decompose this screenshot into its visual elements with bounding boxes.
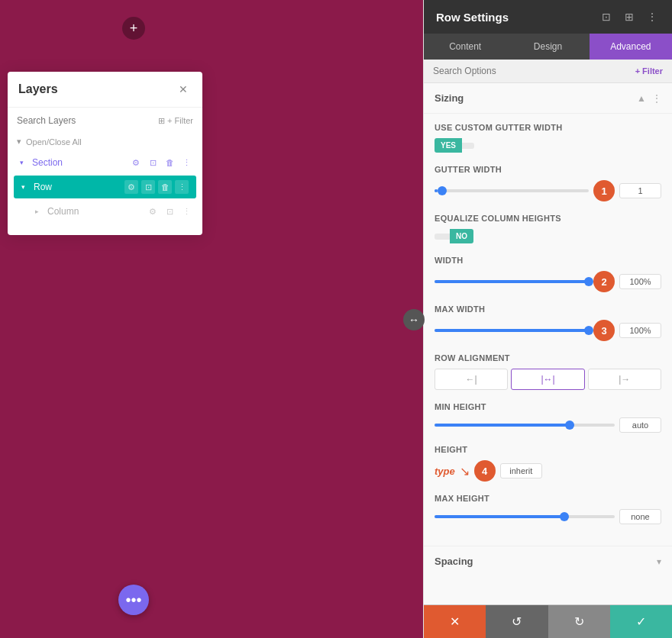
arrow-down-right-icon: ↘: [460, 464, 470, 478]
spacing-section: Spacing ▾: [424, 546, 672, 576]
gutter-width-slider[interactable]: [435, 189, 589, 192]
fab-icon: •••: [125, 591, 141, 609]
width-row: 2 100%: [435, 271, 661, 292]
column-copy-icon[interactable]: ⊡: [163, 205, 176, 218]
section-copy-icon[interactable]: ⊡: [146, 156, 160, 169]
fab-button[interactable]: •••: [118, 585, 149, 615]
width-slider[interactable]: [435, 280, 589, 283]
layout-icon[interactable]: ⊞: [622, 9, 637, 24]
collapse-arrow-section[interactable]: ▾: [20, 159, 29, 166]
tab-design[interactable]: Design: [506, 34, 589, 60]
panel-tabs: Content Design Advanced: [424, 34, 672, 60]
open-close-all[interactable]: ▾ Open/Close All: [8, 134, 202, 151]
layer-item-column[interactable]: ▸ Column ⚙ ⊡ ⋮: [8, 200, 202, 223]
gutter-width-value[interactable]: 1: [619, 183, 661, 198]
search-options-input[interactable]: [433, 66, 635, 76]
align-center-icon: |↔|: [541, 374, 554, 385]
sizing-title: Sizing: [435, 92, 464, 104]
layers-close-button[interactable]: ✕: [175, 81, 192, 98]
section-settings-icon[interactable]: ⚙: [129, 156, 143, 169]
row-settings-icon[interactable]: ⚙: [124, 180, 138, 194]
panel-body: Sizing ▲ ⋮ Use Custom Gutter Width YES G…: [424, 83, 672, 604]
min-height-row: auto: [435, 417, 661, 433]
save-button[interactable]: ✓: [610, 605, 672, 638]
field-width: Width 2 100%: [435, 256, 661, 292]
column-more-icon[interactable]: ⋮: [179, 205, 193, 218]
gutter-width-label: Gutter Width: [435, 165, 661, 174]
more-icon[interactable]: ⋮: [645, 9, 660, 24]
row-delete-icon[interactable]: 🗑: [158, 180, 172, 194]
search-options-row: + Filter: [424, 60, 672, 83]
layers-search-input[interactable]: [17, 115, 152, 126]
min-height-label: Min Height: [435, 402, 661, 411]
layers-search-row: ⊞ + Filter: [8, 108, 202, 134]
field-equalize-heights: Equalize Column Heights NO: [435, 214, 661, 243]
align-left-button[interactable]: ←|: [435, 369, 508, 390]
gutter-badge-1: 1: [593, 180, 615, 201]
max-width-slider[interactable]: [435, 329, 589, 332]
equalize-no-button[interactable]: NO: [450, 229, 473, 243]
max-height-slider[interactable]: [435, 515, 615, 518]
toggle-yes-button[interactable]: YES: [435, 138, 462, 153]
field-custom-gutter: Use Custom Gutter Width YES: [435, 123, 661, 153]
row-alignment-buttons: ←| |↔| |→: [435, 369, 661, 390]
redo-button[interactable]: ↻: [548, 605, 610, 638]
layers-panel: Layers ✕ ⊞ + Filter ▾ Open/Close All ▾ S…: [8, 72, 202, 235]
width-value[interactable]: 100%: [619, 274, 661, 289]
row-copy-icon[interactable]: ⊡: [141, 180, 155, 194]
height-badge-4: 4: [474, 460, 496, 482]
section-actions: ⚙ ⊡ 🗑 ⋮: [129, 156, 193, 169]
spacing-chevron-icon[interactable]: ▾: [657, 556, 661, 567]
panel-title: Row Settings: [436, 11, 509, 24]
responsive-icon[interactable]: ⊡: [599, 9, 614, 24]
field-height: Height type ↘ 4 inherit: [435, 445, 661, 482]
layers-title: Layers: [18, 82, 58, 96]
row-more-icon[interactable]: ⋮: [175, 180, 189, 194]
align-right-button[interactable]: |→: [588, 369, 661, 390]
column-actions: ⚙ ⊡ ⋮: [146, 205, 193, 218]
layers-header: Layers ✕: [8, 72, 202, 108]
sizing-more-icon[interactable]: ⋮: [652, 93, 661, 104]
equalize-label: Equalize Column Heights: [435, 214, 661, 223]
collapse-arrow-row[interactable]: ▾: [21, 183, 31, 191]
gutter-width-row: 1 1: [435, 180, 661, 201]
layer-item-row[interactable]: ▾ Row ⚙ ⊡ 🗑 ⋮: [14, 176, 196, 198]
row-label: Row: [34, 182, 121, 192]
max-height-label: Max Height: [435, 494, 661, 503]
layer-item-section[interactable]: ▾ Section ⚙ ⊡ 🗑 ⋮: [8, 151, 202, 174]
settings-panel: Row Settings ⊡ ⊞ ⋮ Content Design Advanc…: [423, 0, 672, 638]
tab-advanced[interactable]: Advanced: [590, 34, 672, 60]
row-actions: ⚙ ⊡ 🗑 ⋮: [124, 180, 189, 194]
toggle-no-button[interactable]: [462, 143, 474, 149]
settings-content: Use Custom Gutter Width YES Gutter Width…: [424, 114, 672, 546]
min-height-value[interactable]: auto: [619, 417, 661, 433]
max-width-badge-3: 3: [593, 320, 615, 341]
equalize-off-button[interactable]: [435, 234, 450, 240]
spacing-title: Spacing: [435, 556, 473, 567]
collapse-arrow-column[interactable]: ▸: [35, 208, 44, 215]
max-width-row: 3 100%: [435, 320, 661, 341]
cancel-button[interactable]: ✕: [424, 605, 486, 638]
align-left-icon: ←|: [466, 374, 477, 385]
layers-filter-button[interactable]: ⊞ + Filter: [158, 116, 193, 126]
undo-button[interactable]: ↺: [486, 605, 548, 638]
section-label: Section: [32, 157, 126, 168]
section-delete-icon[interactable]: 🗑: [163, 156, 176, 169]
max-height-value[interactable]: none: [619, 509, 661, 524]
add-button[interactable]: +: [122, 17, 145, 40]
max-width-value[interactable]: 100%: [619, 323, 661, 338]
row-alignment-label: Row Alignment: [435, 353, 661, 362]
custom-gutter-toggle: YES: [435, 138, 661, 153]
save-icon: ✓: [636, 614, 646, 629]
section-more-icon[interactable]: ⋮: [179, 156, 193, 169]
height-value[interactable]: inherit: [500, 463, 542, 478]
drag-handle[interactable]: ↔: [403, 309, 425, 330]
align-center-button[interactable]: |↔|: [511, 369, 584, 390]
add-filter-button[interactable]: + Filter: [635, 66, 663, 76]
sizing-collapse-icon[interactable]: ▲: [637, 93, 646, 104]
tab-content[interactable]: Content: [424, 34, 506, 60]
column-settings-icon[interactable]: ⚙: [146, 205, 160, 218]
min-height-slider[interactable]: [435, 424, 615, 427]
width-label: Width: [435, 256, 661, 265]
sizing-section-header: Sizing ▲ ⋮: [424, 83, 672, 114]
